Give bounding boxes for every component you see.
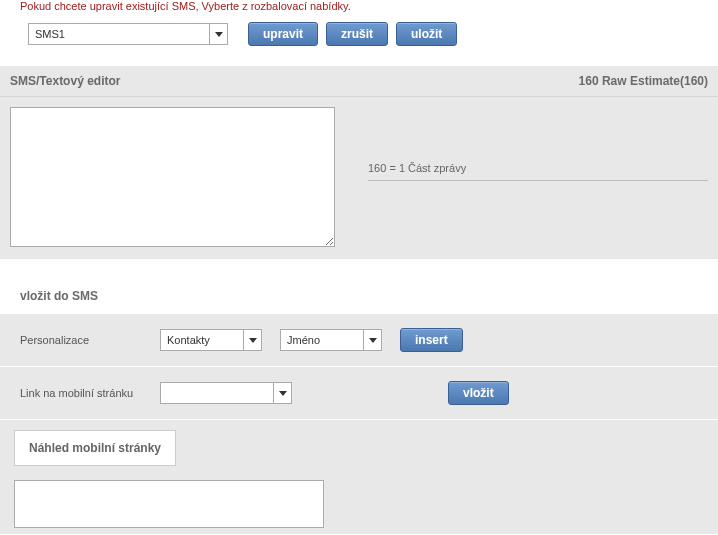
personalize-row: Personalizace Kontakty Jméno insert <box>0 313 718 366</box>
sms-select-input[interactable]: SMS1 <box>29 24 91 44</box>
sms-textarea[interactable] <box>10 107 335 247</box>
cancel-button[interactable]: zrušit <box>326 22 388 46</box>
preview-box <box>14 480 324 528</box>
svg-marker-0 <box>215 32 223 37</box>
top-button-group: upravit zrušit uložit <box>248 22 457 46</box>
instruction-text: Pokud chcete upravit existující SMS, Vyb… <box>0 0 718 22</box>
name-select[interactable]: Jméno <box>280 329 382 351</box>
personalize-label: Personalizace <box>20 334 160 346</box>
editor-panel-header: SMS/Textový editor 160 Raw Estimate(160) <box>0 66 718 96</box>
contacts-select[interactable]: Kontakty <box>160 329 262 351</box>
char-info-line: 160 = 1 Část zprávy <box>368 162 708 181</box>
contacts-select-input[interactable]: Kontakty <box>161 330 261 350</box>
link-label: Link na mobilní stránku <box>20 387 160 399</box>
preview-area: Náhled mobilní stránky <box>0 419 718 534</box>
name-select-input[interactable]: Jméno <box>281 330 381 350</box>
link-row: Link na mobilní stránku vložit <box>0 366 718 419</box>
edit-button[interactable]: upravit <box>248 22 318 46</box>
editor-panel-body: 160 = 1 Část zprávy <box>0 96 718 259</box>
personalize-controls: Kontakty Jméno insert <box>160 328 463 352</box>
top-controls: SMS1 upravit zrušit uložit <box>0 22 718 66</box>
char-estimate: 160 Raw Estimate(160) <box>579 74 708 88</box>
link-controls: vložit <box>160 381 509 405</box>
preview-button[interactable]: Náhled mobilní stránky <box>14 430 176 466</box>
editor-info: 160 = 1 Část zprávy <box>348 107 708 249</box>
insert-section-title: vložit do SMS <box>0 279 718 313</box>
chevron-down-icon <box>209 24 227 44</box>
insert-button[interactable]: insert <box>400 328 463 352</box>
editor-title: SMS/Textový editor <box>10 74 120 88</box>
link-select[interactable] <box>160 382 292 404</box>
vlozit-button[interactable]: vložit <box>448 381 509 405</box>
editor-panel: SMS/Textový editor 160 Raw Estimate(160)… <box>0 66 718 259</box>
save-button[interactable]: uložit <box>396 22 457 46</box>
sms-select[interactable]: SMS1 <box>28 23 228 45</box>
editor-cell <box>10 107 348 249</box>
link-select-input[interactable] <box>161 383 291 403</box>
